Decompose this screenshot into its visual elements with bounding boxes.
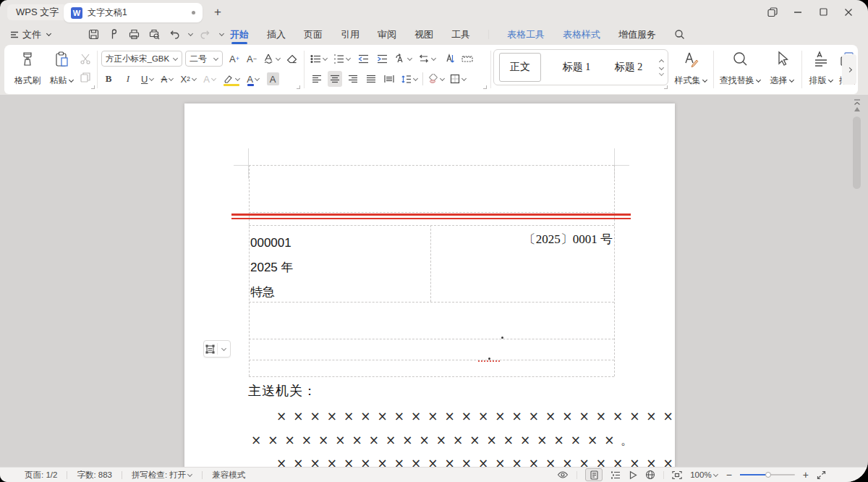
vertical-scrollbar-thumb[interactable] [853,117,861,189]
group-expand-mark[interactable] [483,85,487,89]
select-button[interactable]: 选择 [765,45,799,91]
save-button[interactable] [85,27,101,43]
fit-page-icon[interactable] [672,468,682,481]
body-text-line[interactable]: ××××××××××××××××××××××××× [276,456,675,467]
zoom-in-button[interactable]: + [803,470,809,480]
text-direction-button[interactable] [393,51,413,67]
outline-view-icon[interactable] [610,468,621,481]
file-menu-button[interactable]: 文件 [7,26,54,43]
align-right-button[interactable] [346,71,360,87]
find-replace-button[interactable]: 查找替换 [718,45,762,91]
shading-button[interactable] [427,71,446,87]
italic-button[interactable]: I [121,71,135,87]
ribbon-more-button[interactable] [842,54,856,85]
app-menu-button[interactable]: WPS 文字 [7,4,67,20]
style-normal[interactable]: 正文 [499,53,541,82]
tab-insert[interactable]: 插入 [267,24,286,45]
char-width-button[interactable] [460,51,475,67]
style-set-button[interactable]: 样式集 [671,45,710,91]
body-text-line[interactable]: ××××××××××××××××××××××××× [276,409,675,423]
align-center-button[interactable] [328,71,342,87]
page-view-icon[interactable] [585,468,603,481]
eye-protect-icon[interactable] [557,468,569,481]
web-layout-icon[interactable] [645,468,655,481]
char-shading-button[interactable]: A [265,71,280,87]
doc-serial-number[interactable]: 000001 [250,231,294,255]
sort-button[interactable] [441,51,456,67]
group-expand-mark[interactable] [91,85,95,89]
page-indicator[interactable]: 页面: 1/2 [25,470,57,481]
document-tab[interactable]: W 文字文稿1 [64,3,203,22]
tab-table-style[interactable]: 表格样式 [563,24,600,45]
distribute-button[interactable] [382,71,396,87]
underline-button[interactable]: U [140,71,155,87]
zoom-out-button[interactable]: − [726,470,732,480]
font-size-combo[interactable]: 二号 [185,51,223,67]
font-name-combo[interactable]: 方正小标宋_GBK [101,51,182,67]
text-effect-button[interactable]: A [203,71,217,87]
table-tool-dropdown[interactable] [218,341,231,357]
tab-view[interactable]: 视图 [414,24,433,45]
close-button[interactable] [839,4,858,21]
bullet-list-button[interactable] [310,51,328,67]
ribbon-search-button[interactable] [674,24,685,45]
numbered-list-button[interactable] [333,51,352,67]
style-heading2[interactable]: 标题 2 [603,53,654,82]
shrink-font-button[interactable]: A− [244,51,259,67]
window-manager-icon[interactable] [763,4,782,21]
undo-button[interactable] [166,27,182,43]
borders-button[interactable] [449,71,467,87]
strikethrough-button[interactable]: A [160,71,174,87]
body-text-line[interactable]: ××××××××××××××××××××××。 [251,432,639,449]
tab-home[interactable]: 开始 [230,24,249,45]
justify-button[interactable] [364,71,378,87]
align-left-button[interactable] [310,71,324,87]
gallery-more-icon[interactable] [658,70,663,75]
group-expand-mark[interactable] [297,85,300,89]
tab-services[interactable]: 增值服务 [618,24,656,45]
maximize-button[interactable] [814,4,833,21]
tab-page[interactable]: 页面 [304,24,323,45]
increase-indent-button[interactable] [375,51,389,67]
group-expand-mark[interactable] [664,85,668,89]
export-pdf-icon[interactable] [106,27,122,43]
decrease-indent-button[interactable] [356,51,370,67]
font-color-button[interactable]: A [246,71,260,87]
cjk-layout-button[interactable] [417,51,437,67]
spell-check-status[interactable]: 拼写检查: 打开 [132,470,192,481]
tab-table-tools[interactable]: 表格工具 [507,24,545,45]
table-cell-left[interactable]: 000001 2025 年 特急 [250,231,294,305]
grow-font-button[interactable]: A+ [227,51,242,67]
doc-year[interactable]: 2025 年 [250,255,294,280]
line-spacing-button[interactable] [400,71,419,87]
print-button[interactable] [126,27,142,43]
superscript-button[interactable]: X2 [179,71,197,87]
table-quick-tool[interactable] [203,340,231,358]
gallery-down-icon[interactable] [658,64,663,69]
play-presentation-icon[interactable] [629,468,637,481]
redo-button[interactable] [197,27,213,43]
fullscreen-icon[interactable] [817,468,826,481]
tab-review[interactable]: 审阅 [378,24,396,45]
highlight-color-button[interactable] [222,71,241,87]
word-count[interactable]: 字数: 883 [77,470,112,481]
doc-urgency[interactable]: 特急 [250,280,294,305]
pinyin-guide-button[interactable] [262,51,281,67]
recipient-line[interactable]: 主送机关： [248,382,317,399]
zoom-slider[interactable] [740,474,795,475]
print-preview-button[interactable] [146,27,162,43]
tab-reference[interactable]: 引用 [341,24,359,45]
clear-format-button[interactable] [284,51,299,67]
scroll-up-arrow[interactable] [854,107,860,111]
tab-tools[interactable]: 工具 [451,24,470,45]
gallery-up-icon[interactable] [658,59,663,64]
document-area[interactable]: 000001 2025 年 特急 〔2025〕0001 号 主送机关： ××××… [0,95,868,467]
document-page[interactable]: 000001 2025 年 特急 〔2025〕0001 号 主送机关： ××××… [184,103,675,467]
cut-button[interactable] [78,51,93,67]
format-painter-button[interactable]: 格式刷 [10,45,45,91]
zoom-slider-handle[interactable] [765,472,771,478]
table-tool-icon[interactable] [204,341,217,357]
doc-number[interactable]: 〔2025〕0001 号 [433,231,613,248]
minimize-button[interactable] [788,4,807,21]
zoom-level[interactable]: 100% [690,470,718,479]
